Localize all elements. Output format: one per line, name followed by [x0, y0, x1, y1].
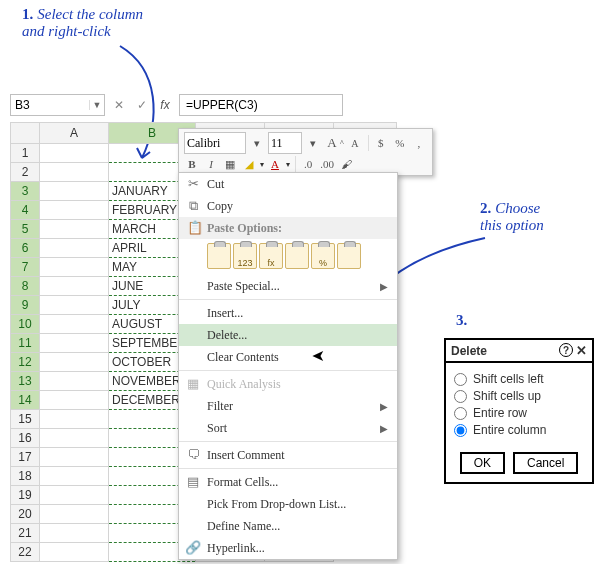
- close-icon[interactable]: ✕: [576, 343, 587, 358]
- decrease-decimal-icon[interactable]: .0: [295, 156, 316, 172]
- opt-entire-row[interactable]: Entire row: [454, 406, 584, 420]
- cell[interactable]: [40, 182, 109, 201]
- increase-decimal-icon[interactable]: .00: [319, 156, 335, 172]
- paste-transpose-icon[interactable]: [285, 243, 309, 269]
- font-size-dropdown-icon[interactable]: ▾: [305, 135, 321, 151]
- font-size-select[interactable]: [268, 132, 302, 154]
- ctx-insert[interactable]: Insert...: [179, 302, 397, 324]
- row-header[interactable]: 16: [11, 429, 40, 448]
- cell[interactable]: [40, 334, 109, 353]
- row-header[interactable]: 5: [11, 220, 40, 239]
- ctx-cut[interactable]: ✂Cut: [179, 173, 397, 195]
- paste-link-icon[interactable]: [337, 243, 361, 269]
- cell[interactable]: [40, 239, 109, 258]
- fx-icon[interactable]: fx: [156, 98, 174, 112]
- cell[interactable]: [40, 429, 109, 448]
- row-header[interactable]: 21: [11, 524, 40, 543]
- paste-values-icon[interactable]: 123: [233, 243, 257, 269]
- font-family-select[interactable]: [184, 132, 246, 154]
- select-all-corner[interactable]: [11, 123, 40, 144]
- row-header[interactable]: 20: [11, 505, 40, 524]
- row-header[interactable]: 6: [11, 239, 40, 258]
- row-header[interactable]: 12: [11, 353, 40, 372]
- cancel-button[interactable]: Cancel: [513, 452, 578, 474]
- ok-button[interactable]: OK: [460, 452, 505, 474]
- name-box-dropdown-icon[interactable]: ▼: [89, 100, 104, 110]
- cell[interactable]: [40, 258, 109, 277]
- italic-button[interactable]: I: [203, 156, 219, 172]
- font-color-icon[interactable]: A: [267, 156, 283, 172]
- formula-input[interactable]: [180, 98, 342, 112]
- cell[interactable]: [40, 201, 109, 220]
- row-header[interactable]: 2: [11, 163, 40, 182]
- row-header[interactable]: 15: [11, 410, 40, 429]
- cell[interactable]: [40, 277, 109, 296]
- cell[interactable]: [40, 144, 109, 163]
- col-header-a[interactable]: A: [40, 123, 109, 144]
- row-header[interactable]: 13: [11, 372, 40, 391]
- row-header[interactable]: 9: [11, 296, 40, 315]
- row-header[interactable]: 19: [11, 486, 40, 505]
- font-family-dropdown-icon[interactable]: ▾: [249, 135, 265, 151]
- opt-entire-column[interactable]: Entire column: [454, 423, 584, 437]
- name-box-input[interactable]: [11, 98, 89, 112]
- ctx-sort[interactable]: Sort▶: [179, 417, 397, 439]
- cell[interactable]: [40, 448, 109, 467]
- ctx-insert-comment[interactable]: 🗨Insert Comment: [179, 444, 397, 466]
- grow-font-icon[interactable]: A: [324, 135, 340, 151]
- row-header[interactable]: 8: [11, 277, 40, 296]
- cell[interactable]: [40, 486, 109, 505]
- cell[interactable]: [40, 524, 109, 543]
- cell[interactable]: [40, 372, 109, 391]
- cell[interactable]: [40, 353, 109, 372]
- row-header[interactable]: 10: [11, 315, 40, 334]
- ctx-format-cells[interactable]: ▤Format Cells...: [179, 471, 397, 493]
- row-header[interactable]: 22: [11, 543, 40, 562]
- name-box[interactable]: ▼: [10, 94, 105, 116]
- formula-bar[interactable]: [179, 94, 343, 116]
- border-icon[interactable]: ▦: [222, 156, 238, 172]
- row-header[interactable]: 17: [11, 448, 40, 467]
- percent-icon[interactable]: %: [392, 135, 408, 151]
- cell[interactable]: [40, 467, 109, 486]
- cell[interactable]: [40, 296, 109, 315]
- row-header[interactable]: 14: [11, 391, 40, 410]
- ctx-define-name[interactable]: Define Name...: [179, 515, 397, 537]
- fill-color-icon[interactable]: ◢: [241, 156, 257, 172]
- cell[interactable]: [40, 505, 109, 524]
- ctx-hyperlink[interactable]: 🔗Hyperlink...: [179, 537, 397, 559]
- ctx-copy[interactable]: ⧉Copy: [179, 195, 397, 217]
- currency-icon[interactable]: $: [368, 135, 389, 151]
- row-header[interactable]: 4: [11, 201, 40, 220]
- cell[interactable]: [40, 163, 109, 182]
- enter-icon[interactable]: ✓: [133, 98, 151, 112]
- comma-icon[interactable]: ,: [411, 135, 427, 151]
- opt-shift-left[interactable]: Shift cells left: [454, 372, 584, 386]
- ctx-filter[interactable]: Filter▶: [179, 395, 397, 417]
- hyperlink-icon: 🔗: [179, 540, 207, 556]
- opt-shift-up[interactable]: Shift cells up: [454, 389, 584, 403]
- ctx-delete[interactable]: Delete...: [179, 324, 397, 346]
- shrink-font-icon[interactable]: A: [347, 135, 363, 151]
- cell[interactable]: [40, 315, 109, 334]
- cancel-icon[interactable]: ✕: [110, 98, 128, 112]
- cell[interactable]: [40, 391, 109, 410]
- ctx-pick-dropdown[interactable]: Pick From Drop-down List...: [179, 493, 397, 515]
- row-header[interactable]: 3: [11, 182, 40, 201]
- cell[interactable]: [40, 220, 109, 239]
- bold-button[interactable]: B: [184, 156, 200, 172]
- row-header[interactable]: 11: [11, 334, 40, 353]
- ctx-paste-special[interactable]: Paste Special...▶: [179, 275, 397, 297]
- format-painter-icon[interactable]: 🖌: [338, 156, 354, 172]
- row-header[interactable]: 18: [11, 467, 40, 486]
- paste-all-icon[interactable]: [207, 243, 231, 269]
- cell[interactable]: [40, 543, 109, 562]
- paste-formatting-icon[interactable]: %: [311, 243, 335, 269]
- row-header[interactable]: 7: [11, 258, 40, 277]
- chevron-right-icon: ▶: [380, 401, 391, 412]
- help-icon[interactable]: ?: [559, 343, 573, 357]
- paste-formulas-icon[interactable]: fx: [259, 243, 283, 269]
- ctx-clear-contents[interactable]: Clear Contents: [179, 346, 397, 368]
- row-header[interactable]: 1: [11, 144, 40, 163]
- cell[interactable]: [40, 410, 109, 429]
